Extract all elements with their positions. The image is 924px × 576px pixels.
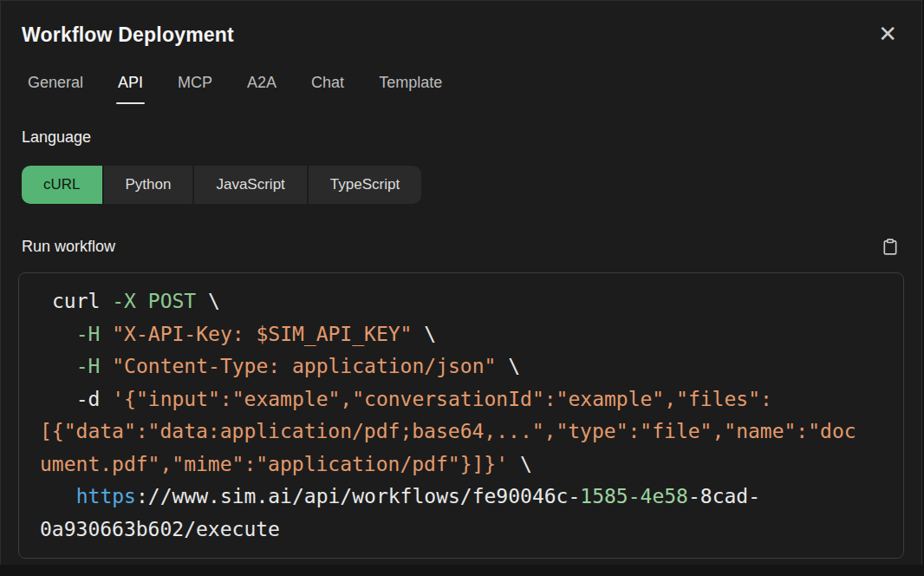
code-line: curl -X POST \ [52, 285, 895, 318]
code-segment: "X-API-Key: $SIM_API_KEY" [112, 323, 412, 345]
code-segment: 0a930663b602/execute [40, 518, 280, 540]
code-segment: "Content-Type: application/json" [112, 355, 496, 377]
code-line: -H "X-API-Key: $SIM_API_KEY" \ [52, 318, 895, 351]
code-segment: -X POST [112, 290, 196, 312]
code-segment: \ [508, 453, 532, 475]
language-option-curl[interactable]: cURL [22, 166, 102, 204]
dialog-title: Workflow Deployment [22, 22, 234, 48]
code-segment: \ [412, 323, 436, 345]
code-segment: ://www.sim.ai/api/workflows/fe90046c- [136, 485, 580, 507]
dialog-header: Workflow Deployment ✕ [22, 22, 901, 48]
code-segment: \ [496, 355, 520, 377]
code-segment: ument.pdf","mime":"application/pdf"}]}' [40, 453, 508, 475]
code-segment [52, 355, 76, 377]
tab-bar: GeneralAPIMCPA2AChatTemplate [28, 74, 901, 104]
code-segment: [{"data":"data:application/pdf;base64,..… [40, 420, 856, 442]
tab-template[interactable]: Template [379, 74, 442, 104]
code-line: 0a930663b602/execute [40, 514, 895, 547]
language-label: Language [22, 127, 901, 147]
code-line: -d '{"input":"example","conversationId":… [52, 383, 895, 416]
code-segment [52, 323, 76, 345]
code-segment: -H [76, 323, 101, 345]
code-segment: curl [52, 290, 112, 312]
code-segment [52, 485, 76, 507]
code-segment: -d [52, 388, 112, 410]
tab-mcp[interactable]: MCP [178, 74, 212, 104]
code-line: [{"data":"data:application/pdf;base64,..… [40, 416, 895, 448]
copy-code-button[interactable] [882, 238, 899, 256]
workflow-deployment-dialog: Workflow Deployment ✕ GeneralAPIMCPA2ACh… [0, 0, 922, 565]
language-group: cURLPythonJavaScriptTypeScript [22, 166, 901, 204]
code-line: https://www.sim.ai/api/workflows/fe90046… [52, 481, 895, 514]
code-segment: \ [196, 290, 220, 312]
language-option-javascript[interactable]: JavaScript [194, 166, 306, 204]
run-workflow-label: Run workflow [22, 235, 115, 258]
language-option-typescript[interactable]: TypeScript [309, 166, 421, 204]
language-option-python[interactable]: Python [104, 166, 193, 204]
code-segment: '{"input":"example","conversationId":"ex… [112, 388, 772, 410]
close-icon[interactable]: ✕ [878, 23, 897, 44]
tab-chat[interactable]: Chat [311, 74, 344, 104]
tab-a2a[interactable]: A2A [247, 74, 277, 104]
code-segment [100, 323, 112, 345]
code-segment: -H [76, 355, 101, 377]
code-segment: 1585-4e58 [580, 485, 688, 507]
tab-api[interactable]: API [118, 74, 143, 104]
clipboard-icon [882, 238, 899, 256]
code-segment: https [76, 485, 136, 507]
code-block[interactable]: curl -X POST \ -H "X-API-Key: $SIM_API_K… [18, 272, 904, 559]
code-segment [100, 355, 112, 377]
run-workflow-row: Run workflow [22, 235, 901, 258]
code-line: ument.pdf","mime":"application/pdf"}]}' … [40, 448, 895, 481]
code-segment: -8cad- [688, 485, 760, 507]
tab-general[interactable]: General [28, 74, 83, 104]
code-line: -H "Content-Type: application/json" \ [52, 350, 895, 383]
